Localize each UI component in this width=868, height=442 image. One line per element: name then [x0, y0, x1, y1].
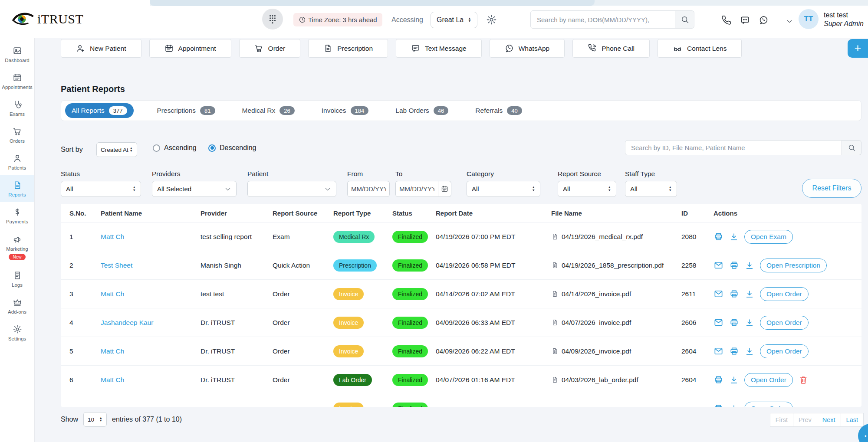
prescription-button[interactable]: Prescription: [308, 39, 388, 58]
cart-icon: [13, 127, 22, 136]
user-menu-chevron[interactable]: [786, 17, 793, 25]
print-icon[interactable]: [713, 403, 723, 407]
open-report-button[interactable]: Open Order: [760, 316, 809, 330]
row-id: 2080: [681, 233, 713, 241]
next-page-button[interactable]: Next: [817, 413, 841, 427]
timezone-text: Time Zone: 3 hrs ahead: [308, 16, 377, 23]
mail-icon[interactable]: [713, 260, 723, 270]
add-button[interactable]: +: [848, 39, 868, 58]
patient-filter-select[interactable]: [247, 181, 336, 197]
sidebar-item-settings[interactable]: Settings: [0, 319, 34, 346]
tab-medical-rx[interactable]: Medical Rx 26: [239, 103, 298, 118]
first-page-button[interactable]: First: [770, 413, 793, 427]
contact-lens-button[interactable]: Contact Lens: [658, 39, 742, 58]
patient-name-link[interactable]: Matt Ch: [101, 376, 124, 383]
patient-name-link[interactable]: Matt Ch: [101, 233, 124, 240]
download-icon[interactable]: [745, 318, 754, 327]
sms-header-button[interactable]: [740, 15, 750, 25]
tab-invoices[interactable]: Invoices 184: [318, 103, 372, 118]
row-provider: Dr. iTRUST: [201, 376, 273, 384]
open-report-button[interactable]: Open Order: [760, 344, 809, 358]
download-icon[interactable]: [729, 404, 739, 407]
tab-lab-orders[interactable]: Lab Orders 46: [392, 103, 452, 118]
download-icon[interactable]: [729, 375, 739, 385]
open-report-button[interactable]: Open Order: [744, 402, 793, 407]
ascending-radio[interactable]: Ascending: [153, 144, 197, 152]
print-icon[interactable]: [713, 375, 723, 385]
to-date-input[interactable]: [395, 181, 438, 197]
patient-name-link[interactable]: Test Sheet: [101, 262, 132, 269]
patient-name-link[interactable]: Matt Ch: [101, 290, 124, 298]
table-search-input[interactable]: [625, 140, 842, 155]
mail-icon[interactable]: [713, 289, 723, 299]
row-id: 2258: [681, 262, 713, 269]
sidebar-item-reports[interactable]: Reports: [0, 175, 34, 202]
new-patient-button[interactable]: New Patient: [61, 39, 141, 58]
print-icon[interactable]: [729, 346, 739, 356]
dollar-icon: [13, 207, 22, 217]
sidebar-item-patients[interactable]: Patients: [0, 148, 34, 175]
patient-name-link[interactable]: Jashandeep Kaur: [101, 319, 154, 326]
download-icon[interactable]: [745, 261, 754, 270]
appointment-button[interactable]: Appointment: [149, 39, 231, 58]
phone-call-button[interactable]: Phone Call: [572, 39, 650, 58]
col-report-type: Report Type: [333, 210, 392, 217]
open-report-button[interactable]: Open Exam: [744, 230, 793, 244]
report-type-badge: Medical Rx: [333, 231, 375, 243]
patient-search-input[interactable]: [530, 10, 675, 29]
text-message-button[interactable]: Text Message: [396, 39, 482, 58]
tab-count-badge: 26: [279, 106, 294, 115]
sidebar-item-dashboard[interactable]: Dashboard: [0, 41, 34, 68]
trash-icon[interactable]: [799, 375, 808, 385]
apps-grid-button[interactable]: [262, 9, 283, 29]
from-date-input[interactable]: [347, 181, 390, 197]
open-report-button[interactable]: Open Order: [760, 287, 809, 301]
download-icon[interactable]: [729, 232, 739, 242]
header-settings-button[interactable]: [486, 14, 497, 25]
phone-header-button[interactable]: [721, 15, 731, 25]
prev-page-button[interactable]: Prev: [793, 413, 817, 427]
patient-name-link[interactable]: Matt Ch: [101, 347, 124, 355]
staff-type-filter-select[interactable]: All: [625, 181, 677, 197]
download-icon[interactable]: [745, 289, 754, 299]
tab-referrals[interactable]: Referrals 40: [472, 103, 525, 118]
page-size-select[interactable]: 10: [83, 412, 107, 427]
open-report-button[interactable]: Open Prescription: [760, 259, 827, 272]
location-select[interactable]: Great La: [431, 12, 477, 28]
sidebar-item-logs[interactable]: Logs: [0, 265, 34, 292]
sidebar-item-orders[interactable]: Orders: [0, 121, 34, 148]
sidebar-item-payments[interactable]: Payments: [0, 202, 34, 229]
category-filter-select[interactable]: All: [467, 181, 540, 197]
report-source-filter-select[interactable]: All: [558, 181, 616, 197]
open-report-button[interactable]: Open Order: [744, 373, 793, 387]
last-page-button[interactable]: Last: [841, 413, 864, 427]
descending-radio[interactable]: Descending: [208, 144, 256, 152]
print-icon[interactable]: [713, 232, 723, 242]
order-button[interactable]: Order: [239, 39, 301, 58]
print-icon[interactable]: [729, 260, 739, 270]
whatsapp-header-button[interactable]: [759, 15, 769, 25]
patient-search: [530, 10, 694, 29]
whatsapp-button[interactable]: WhatsApp: [490, 39, 565, 58]
status-filter-select[interactable]: All: [61, 181, 141, 197]
reset-filters-button[interactable]: Reset Filters: [802, 179, 861, 198]
row-file-name: 04/03/2026_lab_order.pdf: [562, 376, 638, 384]
table-search-button[interactable]: [842, 140, 861, 155]
mail-icon[interactable]: [713, 346, 723, 356]
mail-icon[interactable]: [713, 318, 723, 327]
sidebar-item-marketing[interactable]: Marketing New: [0, 229, 34, 265]
sidebar-item-exams[interactable]: Exams: [0, 95, 34, 121]
to-date-calendar-button[interactable]: [438, 181, 451, 197]
reports-table: S.No. Patient Name Provider Report Sourc…: [61, 204, 861, 407]
print-icon[interactable]: [729, 289, 739, 299]
user-avatar[interactable]: TT: [799, 9, 819, 29]
tab-prescriptions[interactable]: Prescriptions 81: [154, 103, 219, 118]
sidebar-item-appointments[interactable]: Appointments: [0, 68, 34, 95]
download-icon[interactable]: [745, 347, 754, 356]
providers-filter-select[interactable]: All Selected: [152, 181, 237, 197]
print-icon[interactable]: [729, 318, 739, 327]
tab-all-reports[interactable]: All Reports 377: [65, 103, 134, 118]
patient-search-button[interactable]: [675, 10, 694, 29]
sidebar-item-addons[interactable]: Add-ons: [0, 292, 34, 319]
sort-field-select[interactable]: Created At: [96, 142, 137, 157]
